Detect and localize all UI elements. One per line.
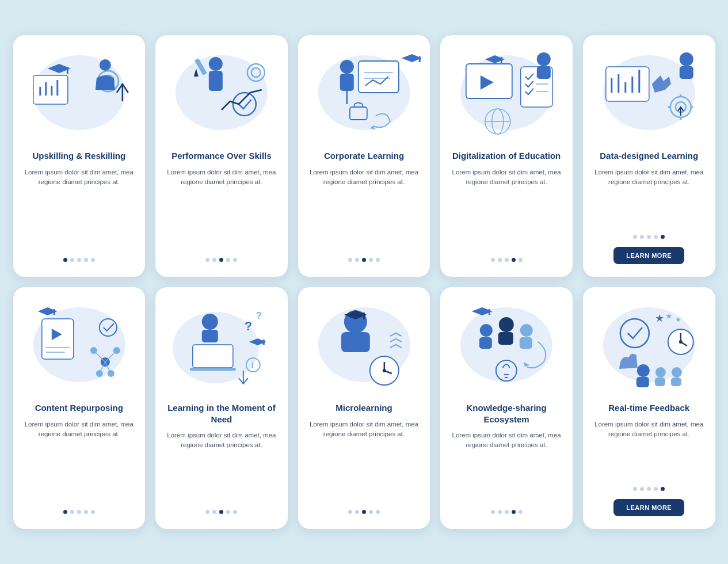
illustration-digitalization xyxy=(440,35,573,144)
dots-knowledge xyxy=(491,510,523,514)
card-title-corporate: Corporate Learning xyxy=(324,150,404,162)
dot[interactable] xyxy=(491,258,495,262)
illustration-performance xyxy=(155,35,288,144)
dot[interactable] xyxy=(77,258,81,262)
card-body-knowledge: Knowledge-sharing Ecosystem Lorem ipsum … xyxy=(440,397,573,516)
dot[interactable] xyxy=(226,258,230,262)
dot[interactable] xyxy=(512,510,516,514)
illustration-knowledge xyxy=(440,287,573,397)
dots-content xyxy=(63,510,95,514)
card-title-realtime: Real-time Feedback xyxy=(608,402,689,414)
dot[interactable] xyxy=(640,235,644,239)
dot[interactable] xyxy=(505,258,509,262)
dot[interactable] xyxy=(63,258,67,262)
dot[interactable] xyxy=(640,487,644,491)
svg-rect-24 xyxy=(358,61,398,93)
card-body-performance: Performance Over Skills Lorem ipsum dolo… xyxy=(155,144,288,264)
dot[interactable] xyxy=(212,258,216,262)
dot[interactable] xyxy=(647,487,651,491)
dot[interactable] xyxy=(661,235,665,239)
dot[interactable] xyxy=(348,510,352,514)
svg-text:?: ? xyxy=(256,311,262,321)
card-knowledge: Knowledge-sharing Ecosystem Lorem ipsum … xyxy=(440,287,573,529)
dot[interactable] xyxy=(512,258,516,262)
learn-more-button-1[interactable]: LEARN MORE xyxy=(613,247,684,264)
dots-moment xyxy=(205,510,237,514)
card-title-digitalization: Digitalization of Education xyxy=(452,150,561,162)
dots-performance xyxy=(205,258,237,262)
dot[interactable] xyxy=(91,510,95,514)
card-body-content: Content Repurposing Lorem ipsum dolor si… xyxy=(13,397,146,516)
dot[interactable] xyxy=(205,510,209,514)
svg-rect-82 xyxy=(190,368,236,371)
dot[interactable] xyxy=(77,510,81,514)
dot[interactable] xyxy=(661,487,665,491)
card-microlearning: Microlearning Lorem ipsum dolor sit dim … xyxy=(298,287,430,529)
dot[interactable] xyxy=(369,510,373,514)
dot[interactable] xyxy=(519,258,523,262)
dots-realtime xyxy=(633,487,665,491)
dot[interactable] xyxy=(369,258,373,262)
svg-rect-101 xyxy=(479,337,492,349)
dot[interactable] xyxy=(654,235,658,239)
dot[interactable] xyxy=(219,258,223,262)
svg-text:i: i xyxy=(251,360,254,369)
dot[interactable] xyxy=(84,510,88,514)
dot[interactable] xyxy=(505,510,509,514)
svg-rect-44 xyxy=(537,66,551,79)
svg-rect-28 xyxy=(418,56,420,62)
dot[interactable] xyxy=(498,258,502,262)
svg-text:★: ★ xyxy=(675,315,681,323)
dot[interactable] xyxy=(219,510,223,514)
dot[interactable] xyxy=(70,258,74,262)
learn-more-button-2[interactable]: LEARN MORE xyxy=(613,499,684,516)
dot[interactable] xyxy=(233,258,237,262)
dot[interactable] xyxy=(63,510,67,514)
svg-point-117 xyxy=(637,364,650,377)
svg-rect-59 xyxy=(680,66,693,79)
illustration-moment: ? ? i xyxy=(155,287,288,397)
svg-rect-93 xyxy=(363,313,364,319)
dot[interactable] xyxy=(205,258,209,262)
svg-point-21 xyxy=(340,60,353,74)
card-text-content: Lorem ipsum dolor sit dim amet, mea regi… xyxy=(24,420,135,440)
dot[interactable] xyxy=(84,258,88,262)
card-upskilling: Upskilling & Reskilling Lorem ipsum dolo… xyxy=(13,35,146,277)
dot[interactable] xyxy=(233,510,237,514)
dot[interactable] xyxy=(70,510,74,514)
card-body-corporate: Corporate Learning Lorem ipsum dolor sit… xyxy=(298,144,430,264)
dot[interactable] xyxy=(355,510,359,514)
svg-rect-103 xyxy=(498,332,513,345)
card-performance: Performance Over Skills Lorem ipsum dolo… xyxy=(155,35,288,277)
illustration-microlearning xyxy=(298,287,430,397)
card-data-designed: Data-designed Learning Lorem ipsum dolor… xyxy=(583,35,715,277)
dot[interactable] xyxy=(654,487,658,491)
dot[interactable] xyxy=(633,487,637,491)
dot[interactable] xyxy=(226,510,230,514)
dot[interactable] xyxy=(348,258,352,262)
dot[interactable] xyxy=(647,235,651,239)
card-text-microlearning: Lorem ipsum dolor sit dim amet, mea regi… xyxy=(308,420,420,440)
dot[interactable] xyxy=(91,258,95,262)
dot[interactable] xyxy=(362,258,366,262)
card-text-performance: Lorem ipsum dolor sit dim amet, mea regi… xyxy=(166,167,277,188)
dot[interactable] xyxy=(498,510,502,514)
dot[interactable] xyxy=(355,258,359,262)
illustration-realtime: ★ ★ ★ xyxy=(583,287,715,397)
dot[interactable] xyxy=(491,510,495,514)
svg-rect-22 xyxy=(340,74,353,91)
dot[interactable] xyxy=(212,510,216,514)
svg-point-119 xyxy=(655,367,666,378)
card-realtime: ★ ★ ★ Real-time Feedback Lore xyxy=(583,287,715,529)
dots-data-designed xyxy=(633,235,665,239)
dot[interactable] xyxy=(376,258,380,262)
svg-rect-67 xyxy=(53,309,55,315)
dot[interactable] xyxy=(633,235,637,239)
illustration-data-designed xyxy=(583,35,715,144)
svg-rect-80 xyxy=(202,330,218,342)
card-digitalization: Digitalization of Education Lorem ipsum … xyxy=(440,35,573,277)
card-body-upskilling: Upskilling & Reskilling Lorem ipsum dolo… xyxy=(13,144,146,264)
dot[interactable] xyxy=(362,510,366,514)
dot[interactable] xyxy=(519,510,523,514)
dot[interactable] xyxy=(376,510,380,514)
